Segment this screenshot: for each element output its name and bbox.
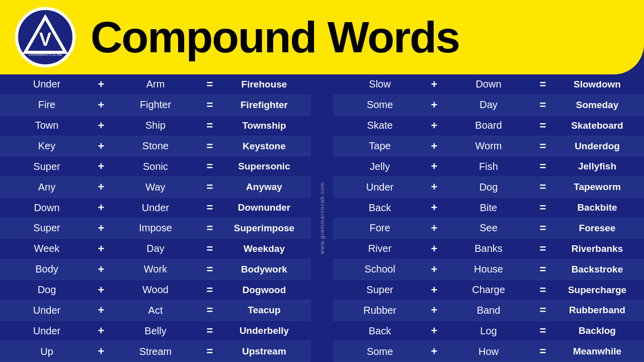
result: Foresee — [550, 223, 644, 234]
operator2: = — [202, 284, 217, 297]
word1: Rubber — [333, 305, 427, 316]
operator1: + — [94, 99, 109, 112]
result: Bodywork — [217, 264, 311, 275]
operator1: + — [94, 78, 109, 91]
operator1: + — [94, 140, 109, 153]
svg-text:V: V — [39, 29, 51, 50]
operator2: = — [202, 345, 217, 358]
operator1: + — [94, 222, 109, 235]
word2: Work — [109, 263, 202, 275]
table-row: Tape + Worm = Underdog — [333, 136, 644, 157]
table-row: Week + Day = Weekday — [0, 239, 311, 259]
page-title: Compound Words — [91, 12, 459, 63]
operator2: = — [535, 324, 550, 337]
table-row: Under + Act = Teacup — [0, 300, 311, 321]
table-row: Key + Stone = Keystone — [0, 136, 311, 157]
word2: Stone — [109, 140, 202, 152]
header: V GRAMMARVOCAB Compound Words — [0, 0, 644, 74]
operator2: = — [202, 180, 217, 194]
table-row: River + Banks = Riverbanks — [333, 239, 644, 259]
result: Supersonic — [217, 161, 311, 172]
word2: Dog — [442, 182, 535, 193]
table-row: Dog + Wood = Dogwood — [0, 280, 311, 301]
word1: Under — [0, 78, 94, 90]
table-row: Some + Day = Someday — [333, 95, 644, 116]
table-row: Super + Charge = Supercharge — [333, 280, 644, 301]
result: Township — [217, 120, 311, 131]
operator1: + — [427, 160, 442, 173]
table-row: Slow + Down = Slowdown — [333, 74, 644, 95]
operator1: + — [94, 160, 109, 173]
operator2: = — [535, 160, 550, 173]
table-row: Back + Bite = Backbite — [333, 198, 644, 218]
word2: Ship — [109, 120, 202, 131]
operator2: = — [535, 99, 550, 112]
operator2: = — [202, 263, 217, 276]
word2: Band — [442, 305, 535, 316]
operator1: + — [427, 201, 442, 214]
result: Teacup — [217, 305, 311, 316]
operator1: + — [427, 242, 442, 255]
word2: How — [442, 346, 535, 357]
operator1: + — [94, 345, 109, 358]
word1: Town — [0, 120, 94, 131]
operator1: + — [94, 263, 109, 276]
result: Firefighter — [217, 100, 311, 111]
word2: Arm — [109, 78, 202, 90]
table-row: Fore + See = Foresee — [333, 218, 644, 239]
word2: Bite — [442, 202, 535, 214]
result: Someday — [550, 100, 644, 111]
word1: River — [333, 243, 427, 254]
word2: Way — [109, 182, 202, 193]
operator2: = — [535, 284, 550, 297]
word1: Up — [0, 346, 94, 357]
result: Weekday — [217, 243, 311, 254]
word2: See — [442, 222, 535, 234]
table-row: Town + Ship = Township — [0, 116, 311, 136]
operator1: + — [427, 99, 442, 112]
operator2: = — [202, 242, 217, 255]
operator1: + — [94, 119, 109, 132]
operator2: = — [535, 119, 550, 132]
word1: Under — [333, 182, 427, 193]
word1: Under — [0, 325, 94, 337]
word1: Key — [0, 140, 94, 152]
result: Backbite — [550, 202, 644, 213]
operator2: = — [535, 242, 550, 255]
word1: Week — [0, 243, 94, 254]
word1: Back — [333, 202, 427, 214]
result: Superimpose — [217, 223, 311, 234]
table-row: Any + Way = Anyway — [0, 177, 311, 198]
result: Tapeworm — [550, 182, 644, 193]
word1: Super — [0, 161, 94, 172]
word1: Fore — [333, 222, 427, 234]
result: Upstream — [217, 346, 311, 357]
word2: Banks — [442, 243, 535, 254]
operator2: = — [535, 304, 550, 317]
word2: House — [442, 263, 535, 275]
word2: Day — [109, 243, 202, 254]
watermark: www.grammarvocab.com — [319, 182, 325, 254]
operator1: + — [427, 140, 442, 153]
operator2: = — [535, 201, 550, 214]
operator2: = — [202, 99, 217, 112]
result: Dogwood — [217, 285, 311, 296]
result: Backstroke — [550, 264, 644, 275]
word1: Some — [333, 346, 427, 357]
table-row: Skate + Board = Skateboard — [333, 116, 644, 136]
word1: Any — [0, 182, 94, 193]
operator2: = — [535, 180, 550, 194]
word1: Tape — [333, 140, 427, 152]
result: Firehouse — [217, 79, 311, 90]
word1: Skate — [333, 120, 427, 131]
result: Underdog — [550, 141, 644, 152]
word2: Under — [109, 202, 202, 214]
word2: Charge — [442, 284, 535, 296]
operator1: + — [427, 180, 442, 194]
result: Downunder — [217, 202, 311, 213]
word1: Body — [0, 263, 94, 275]
operator2: = — [202, 119, 217, 132]
table-row: School + House = Backstroke — [333, 259, 644, 280]
operator2: = — [202, 201, 217, 214]
table-row: Super + Impose = Superimpose — [0, 218, 311, 239]
